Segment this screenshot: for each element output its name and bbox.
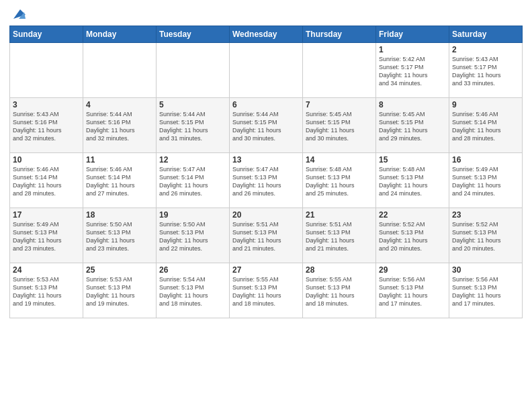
calendar-week-row: 24Sunrise: 5:53 AM Sunset: 5:13 PM Dayli… xyxy=(10,263,523,318)
calendar-header-monday: Monday xyxy=(83,26,157,43)
calendar-week-row: 17Sunrise: 5:49 AM Sunset: 5:13 PM Dayli… xyxy=(10,208,523,263)
day-info: Sunrise: 5:53 AM Sunset: 5:13 PM Dayligh… xyxy=(13,275,80,308)
day-info: Sunrise: 5:48 AM Sunset: 5:13 PM Dayligh… xyxy=(306,165,373,198)
day-info: Sunrise: 5:49 AM Sunset: 5:13 PM Dayligh… xyxy=(13,220,80,253)
calendar-cell: 26Sunrise: 5:54 AM Sunset: 5:13 PM Dayli… xyxy=(157,263,230,318)
calendar-cell: 19Sunrise: 5:50 AM Sunset: 5:13 PM Dayli… xyxy=(157,208,230,263)
day-info: Sunrise: 5:51 AM Sunset: 5:13 PM Dayligh… xyxy=(232,220,300,253)
calendar-cell: 21Sunrise: 5:51 AM Sunset: 5:13 PM Dayli… xyxy=(303,208,376,263)
calendar-cell: 13Sunrise: 5:47 AM Sunset: 5:13 PM Dayli… xyxy=(230,153,303,208)
day-number: 13 xyxy=(232,155,300,165)
calendar-cell: 23Sunrise: 5:52 AM Sunset: 5:13 PM Dayli… xyxy=(449,208,523,263)
day-info: Sunrise: 5:43 AM Sunset: 5:16 PM Dayligh… xyxy=(13,110,80,143)
day-number: 28 xyxy=(306,265,373,275)
calendar-week-row: 1Sunrise: 5:42 AM Sunset: 5:17 PM Daylig… xyxy=(10,43,523,98)
calendar-header-saturday: Saturday xyxy=(449,26,523,43)
day-number: 23 xyxy=(452,210,519,220)
day-info: Sunrise: 5:50 AM Sunset: 5:13 PM Dayligh… xyxy=(86,220,153,253)
calendar-header-row: SundayMondayTuesdayWednesdayThursdayFrid… xyxy=(10,26,523,43)
day-number: 17 xyxy=(13,210,80,220)
day-info: Sunrise: 5:44 AM Sunset: 5:15 PM Dayligh… xyxy=(232,110,300,143)
day-info: Sunrise: 5:44 AM Sunset: 5:15 PM Dayligh… xyxy=(159,110,226,143)
calendar-cell xyxy=(83,43,157,98)
calendar-header-wednesday: Wednesday xyxy=(230,26,303,43)
calendar-cell: 24Sunrise: 5:53 AM Sunset: 5:13 PM Dayli… xyxy=(10,263,83,318)
day-number: 2 xyxy=(452,45,519,54)
day-info: Sunrise: 5:55 AM Sunset: 5:13 PM Dayligh… xyxy=(232,275,300,308)
day-info: Sunrise: 5:45 AM Sunset: 5:15 PM Dayligh… xyxy=(379,110,446,143)
day-number: 20 xyxy=(232,210,300,220)
calendar-cell: 22Sunrise: 5:52 AM Sunset: 5:13 PM Dayli… xyxy=(376,208,449,263)
day-info: Sunrise: 5:52 AM Sunset: 5:13 PM Dayligh… xyxy=(452,220,519,253)
calendar-cell: 6Sunrise: 5:44 AM Sunset: 5:15 PM Daylig… xyxy=(230,98,303,153)
day-number: 9 xyxy=(452,100,519,109)
calendar-cell xyxy=(303,43,376,98)
calendar-week-row: 10Sunrise: 5:46 AM Sunset: 5:14 PM Dayli… xyxy=(10,153,523,208)
day-number: 5 xyxy=(159,100,226,109)
calendar-cell: 9Sunrise: 5:46 AM Sunset: 5:14 PM Daylig… xyxy=(449,98,523,153)
day-number: 4 xyxy=(86,100,153,109)
day-number: 12 xyxy=(159,155,226,165)
day-info: Sunrise: 5:51 AM Sunset: 5:13 PM Dayligh… xyxy=(306,220,373,253)
day-number: 15 xyxy=(379,155,446,165)
day-info: Sunrise: 5:56 AM Sunset: 5:13 PM Dayligh… xyxy=(452,275,519,308)
day-info: Sunrise: 5:46 AM Sunset: 5:14 PM Dayligh… xyxy=(452,110,519,143)
calendar-cell: 2Sunrise: 5:43 AM Sunset: 5:17 PM Daylig… xyxy=(449,43,523,98)
calendar-cell: 11Sunrise: 5:46 AM Sunset: 5:14 PM Dayli… xyxy=(83,153,157,208)
calendar-header-sunday: Sunday xyxy=(10,26,83,43)
day-number: 21 xyxy=(306,210,373,220)
calendar-cell: 16Sunrise: 5:49 AM Sunset: 5:13 PM Dayli… xyxy=(449,153,523,208)
day-number: 29 xyxy=(379,265,446,275)
calendar-cell xyxy=(157,43,230,98)
day-info: Sunrise: 5:45 AM Sunset: 5:15 PM Dayligh… xyxy=(306,110,373,143)
day-number: 19 xyxy=(159,210,226,220)
day-number: 10 xyxy=(13,155,80,165)
day-number: 25 xyxy=(86,265,153,275)
calendar-cell: 7Sunrise: 5:45 AM Sunset: 5:15 PM Daylig… xyxy=(303,98,376,153)
calendar-header-tuesday: Tuesday xyxy=(157,26,230,43)
day-number: 7 xyxy=(306,100,373,109)
day-number: 3 xyxy=(13,100,80,109)
calendar-cell xyxy=(230,43,303,98)
day-number: 22 xyxy=(379,210,446,220)
calendar-cell: 30Sunrise: 5:56 AM Sunset: 5:13 PM Dayli… xyxy=(449,263,523,318)
day-info: Sunrise: 5:47 AM Sunset: 5:13 PM Dayligh… xyxy=(232,165,300,198)
calendar-cell: 10Sunrise: 5:46 AM Sunset: 5:14 PM Dayli… xyxy=(10,153,83,208)
calendar-cell: 17Sunrise: 5:49 AM Sunset: 5:13 PM Dayli… xyxy=(10,208,83,263)
day-info: Sunrise: 5:55 AM Sunset: 5:13 PM Dayligh… xyxy=(306,275,373,308)
day-info: Sunrise: 5:54 AM Sunset: 5:13 PM Dayligh… xyxy=(159,275,226,308)
day-info: Sunrise: 5:49 AM Sunset: 5:13 PM Dayligh… xyxy=(452,165,519,198)
logo-area xyxy=(9,7,26,21)
calendar-cell: 29Sunrise: 5:56 AM Sunset: 5:13 PM Dayli… xyxy=(376,263,449,318)
calendar-cell: 14Sunrise: 5:48 AM Sunset: 5:13 PM Dayli… xyxy=(303,153,376,208)
day-info: Sunrise: 5:46 AM Sunset: 5:14 PM Dayligh… xyxy=(13,165,80,198)
calendar-cell: 20Sunrise: 5:51 AM Sunset: 5:13 PM Dayli… xyxy=(230,208,303,263)
calendar-cell: 25Sunrise: 5:53 AM Sunset: 5:13 PM Dayli… xyxy=(83,263,157,318)
day-number: 18 xyxy=(86,210,153,220)
calendar-cell: 12Sunrise: 5:47 AM Sunset: 5:14 PM Dayli… xyxy=(157,153,230,208)
day-info: Sunrise: 5:56 AM Sunset: 5:13 PM Dayligh… xyxy=(379,275,446,308)
day-info: Sunrise: 5:46 AM Sunset: 5:14 PM Dayligh… xyxy=(86,165,153,198)
day-number: 6 xyxy=(232,100,300,109)
calendar-header-friday: Friday xyxy=(376,26,449,43)
calendar-cell: 4Sunrise: 5:44 AM Sunset: 5:16 PM Daylig… xyxy=(83,98,157,153)
day-info: Sunrise: 5:48 AM Sunset: 5:13 PM Dayligh… xyxy=(379,165,446,198)
day-info: Sunrise: 5:43 AM Sunset: 5:17 PM Dayligh… xyxy=(452,55,519,88)
calendar-cell: 27Sunrise: 5:55 AM Sunset: 5:13 PM Dayli… xyxy=(230,263,303,318)
calendar-cell: 8Sunrise: 5:45 AM Sunset: 5:15 PM Daylig… xyxy=(376,98,449,153)
page: SundayMondayTuesdayWednesdayThursdayFrid… xyxy=(0,0,532,411)
header xyxy=(9,7,523,21)
calendar-cell xyxy=(10,43,83,98)
day-number: 1 xyxy=(379,45,446,54)
calendar-cell: 1Sunrise: 5:42 AM Sunset: 5:17 PM Daylig… xyxy=(376,43,449,98)
day-number: 27 xyxy=(232,265,300,275)
calendar-cell: 15Sunrise: 5:48 AM Sunset: 5:13 PM Dayli… xyxy=(376,153,449,208)
calendar-week-row: 3Sunrise: 5:43 AM Sunset: 5:16 PM Daylig… xyxy=(10,98,523,153)
calendar-cell: 3Sunrise: 5:43 AM Sunset: 5:16 PM Daylig… xyxy=(10,98,83,153)
day-info: Sunrise: 5:44 AM Sunset: 5:16 PM Dayligh… xyxy=(86,110,153,143)
day-number: 24 xyxy=(13,265,80,275)
day-number: 16 xyxy=(452,155,519,165)
day-info: Sunrise: 5:50 AM Sunset: 5:13 PM Dayligh… xyxy=(159,220,226,253)
day-number: 8 xyxy=(379,100,446,109)
day-number: 26 xyxy=(159,265,226,275)
